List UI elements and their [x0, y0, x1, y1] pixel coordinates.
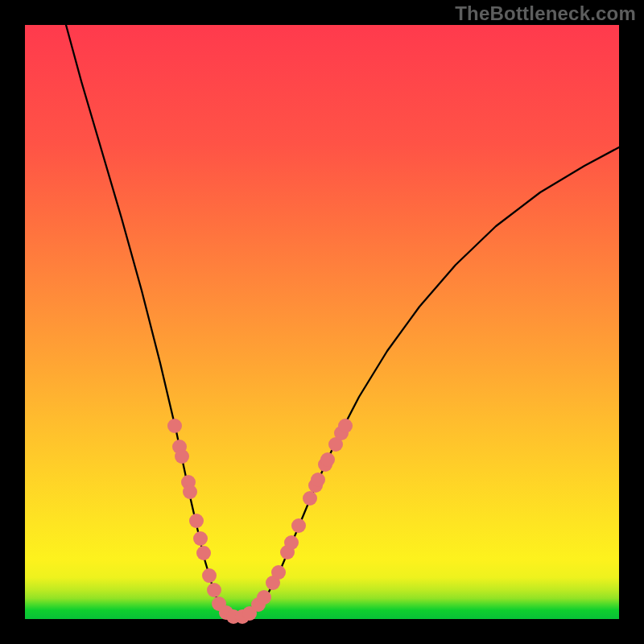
data-dot [183, 485, 197, 499]
curve-group [66, 25, 619, 617]
data-dot [207, 583, 221, 597]
data-dot [189, 514, 204, 528]
data-dot [284, 535, 299, 550]
watermark-text: TheBottleneck.com [455, 2, 636, 25]
data-dot [311, 473, 325, 487]
plot-area [25, 25, 619, 619]
data-dot [196, 546, 211, 560]
data-dot [193, 531, 208, 546]
data-dot [320, 452, 335, 467]
data-dot [202, 568, 217, 583]
data-dot [257, 590, 271, 605]
data-dot [167, 419, 182, 433]
dots-group [167, 419, 353, 624]
bottleneck-curve [66, 25, 619, 617]
data-dot [303, 491, 317, 506]
chart-frame: TheBottleneck.com [0, 0, 644, 644]
data-dot [338, 419, 353, 433]
data-dot [175, 449, 189, 464]
data-dot [291, 518, 306, 533]
chart-svg [25, 25, 619, 619]
data-dot [271, 565, 286, 580]
